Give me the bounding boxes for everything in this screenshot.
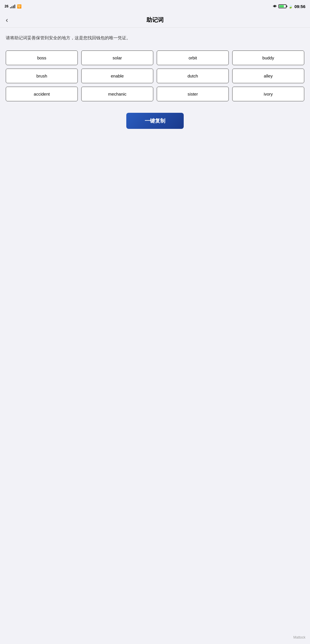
status-left: 26 🛜	[5, 4, 22, 9]
mnemonic-grid: bosssolarorbitbuddybrushenabledutchalley…	[6, 51, 304, 101]
mnemonic-word-12: ivory	[232, 87, 304, 101]
signal-icon	[10, 4, 15, 8]
status-right: 👁 🍃 09:56	[273, 4, 305, 9]
footer-watermark: Mattock	[0, 633, 310, 644]
mnemonic-word-4: buddy	[232, 51, 304, 65]
mnemonic-word-11: sister	[157, 87, 229, 101]
battery-icon	[278, 4, 286, 8]
mnemonic-word-7: dutch	[157, 69, 229, 83]
eye-icon: 👁	[273, 4, 277, 9]
mnemonic-word-2: solar	[81, 51, 153, 65]
description-text: 请将助记词妥善保管到安全的地方，这是您找回钱包的唯一凭证。	[6, 34, 304, 41]
nav-bar: ‹ 助记词	[0, 13, 310, 28]
mnemonic-word-8: alley	[232, 69, 304, 83]
mnemonic-word-5: brush	[6, 69, 78, 83]
leaf-icon: 🍃	[288, 4, 293, 9]
wifi-icon: 🛜	[17, 4, 22, 9]
mnemonic-word-6: enable	[81, 69, 153, 83]
network-label: 26	[5, 4, 8, 8]
mnemonic-word-1: boss	[6, 51, 78, 65]
mnemonic-word-9: accident	[6, 87, 78, 101]
mnemonic-word-3: orbit	[157, 51, 229, 65]
time-display: 09:56	[294, 4, 305, 9]
copy-button[interactable]: 一键复制	[126, 113, 184, 129]
status-bar: 26 🛜 👁 🍃 09:56	[0, 0, 310, 13]
mnemonic-word-10: mechanic	[81, 87, 153, 101]
copy-button-container: 一键复制	[6, 113, 304, 129]
page-title: 助记词	[146, 16, 164, 24]
back-button[interactable]: ‹	[5, 15, 9, 25]
content-area: 请将助记词妥善保管到安全的地方，这是您找回钱包的唯一凭证。 bosssolaro…	[0, 28, 310, 633]
